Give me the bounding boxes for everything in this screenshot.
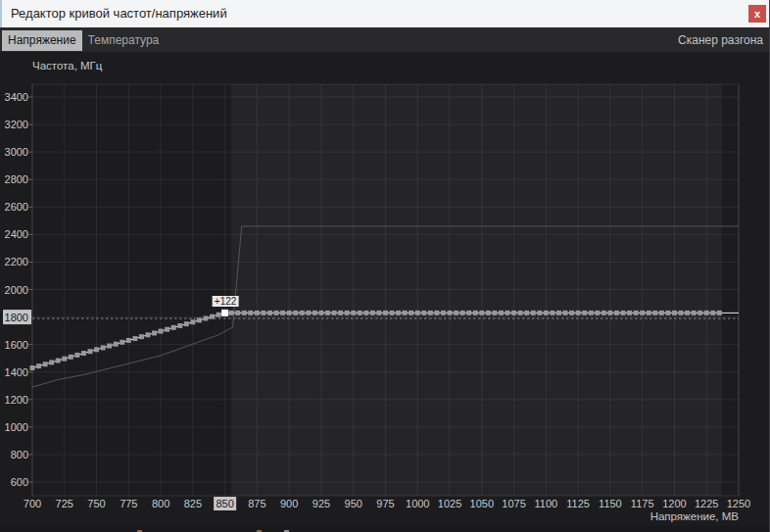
curve-point[interactable] (152, 330, 157, 335)
curve-point[interactable] (36, 363, 41, 368)
curve-point[interactable] (87, 349, 92, 354)
curve-point[interactable] (569, 311, 574, 315)
curve-point[interactable] (293, 311, 298, 315)
curve-point[interactable] (101, 345, 106, 350)
curve-point[interactable] (550, 311, 554, 315)
curve-point[interactable] (685, 311, 690, 315)
curve-point[interactable] (126, 338, 131, 343)
curve-point[interactable] (62, 357, 67, 362)
curve-point[interactable] (203, 315, 208, 320)
curve-point[interactable] (184, 321, 189, 326)
curve-point[interactable] (318, 311, 323, 315)
curve-point[interactable] (602, 311, 606, 315)
curve-point[interactable] (717, 311, 722, 315)
selected-curve-point[interactable] (221, 310, 228, 316)
curve-point[interactable] (524, 311, 529, 315)
curve-point[interactable] (486, 311, 491, 315)
curve-point[interactable] (698, 311, 702, 315)
curve-point[interactable] (607, 311, 612, 315)
curve-point[interactable] (589, 311, 594, 315)
curve-point[interactable] (428, 311, 433, 315)
curve-point[interactable] (255, 311, 260, 315)
curve-point[interactable] (120, 340, 124, 345)
curve-point[interactable] (647, 311, 651, 315)
curve-point[interactable] (325, 311, 330, 315)
curve-point[interactable] (114, 342, 119, 347)
curve-point[interactable] (518, 311, 523, 315)
curve-point[interactable] (274, 311, 279, 315)
curve-point[interactable] (710, 311, 715, 315)
curve-point[interactable] (332, 311, 337, 315)
curve-point[interactable] (409, 311, 413, 315)
close-button[interactable]: x (748, 5, 766, 23)
titlebar[interactable]: Редактор кривой частот/напряжений x (0, 0, 770, 27)
curve-point[interactable] (165, 327, 169, 332)
vf-curve-chart[interactable]: 6008001000120014001600180020002200240026… (0, 52, 770, 526)
curve-point[interactable] (679, 311, 684, 315)
curve-point[interactable] (665, 311, 670, 315)
curve-point[interactable] (300, 311, 305, 315)
curve-point[interactable] (197, 317, 202, 322)
curve-point[interactable] (306, 311, 311, 315)
curve-point[interactable] (403, 311, 408, 315)
curve-point[interactable] (242, 311, 247, 315)
curve-point[interactable] (544, 311, 549, 315)
curve-point[interactable] (280, 311, 285, 315)
curve-point[interactable] (248, 311, 253, 315)
curve-point[interactable] (621, 311, 626, 315)
curve-point[interactable] (614, 311, 619, 315)
curve-point[interactable] (704, 311, 709, 315)
curve-point[interactable] (370, 311, 375, 315)
curve-point[interactable] (287, 311, 292, 315)
curve-point[interactable] (634, 311, 639, 315)
curve-point[interactable] (563, 311, 568, 315)
curve-point[interactable] (229, 311, 234, 315)
curve-point[interactable] (210, 314, 215, 319)
curve-point[interactable] (235, 311, 240, 315)
curve-point[interactable] (659, 311, 664, 315)
curve-point[interactable] (30, 365, 35, 370)
curve-point[interactable] (313, 311, 317, 315)
curve-point[interactable] (466, 311, 471, 315)
curve-point[interactable] (576, 311, 581, 315)
curve-point[interactable] (421, 311, 426, 315)
curve-point[interactable] (43, 362, 48, 366)
curve-point[interactable] (511, 311, 516, 315)
curve-point[interactable] (595, 311, 600, 315)
curve-point[interactable] (132, 336, 137, 341)
curve-point[interactable] (261, 311, 265, 315)
curve-point[interactable] (454, 311, 458, 315)
curve-point[interactable] (390, 311, 395, 315)
curve-point[interactable] (338, 311, 343, 315)
oc-scanner-link[interactable]: Сканер разгона (678, 33, 763, 47)
curve-point[interactable] (415, 311, 420, 315)
curve-point[interactable] (345, 311, 350, 315)
curve-point[interactable] (49, 360, 54, 364)
curve-point[interactable] (441, 311, 446, 315)
curve-point[interactable] (376, 311, 381, 315)
curve-point[interactable] (473, 311, 478, 315)
curve-point[interactable] (139, 334, 144, 339)
curve-point[interactable] (448, 311, 453, 315)
tab-voltage[interactable]: Напряжение (2, 30, 82, 51)
tab-temperature[interactable]: Температура (82, 30, 166, 51)
curve-point[interactable] (190, 319, 195, 324)
curve-point[interactable] (363, 311, 368, 315)
curve-point[interactable] (81, 351, 86, 356)
curve-point[interactable] (217, 313, 221, 317)
curve-point[interactable] (267, 311, 272, 315)
curve-point[interactable] (531, 311, 536, 315)
curve-point[interactable] (74, 353, 79, 358)
curve-point[interactable] (396, 311, 401, 315)
curve-point[interactable] (492, 311, 497, 315)
curve-point[interactable] (159, 329, 164, 334)
curve-point[interactable] (582, 311, 587, 315)
curve-point[interactable] (505, 311, 510, 315)
curve-point[interactable] (56, 359, 61, 363)
curve-point[interactable] (537, 311, 542, 315)
curve-point[interactable] (460, 311, 465, 315)
curve-point[interactable] (94, 347, 99, 352)
curve-point[interactable] (351, 311, 356, 315)
curve-point[interactable] (177, 323, 182, 328)
curve-point[interactable] (652, 311, 657, 315)
